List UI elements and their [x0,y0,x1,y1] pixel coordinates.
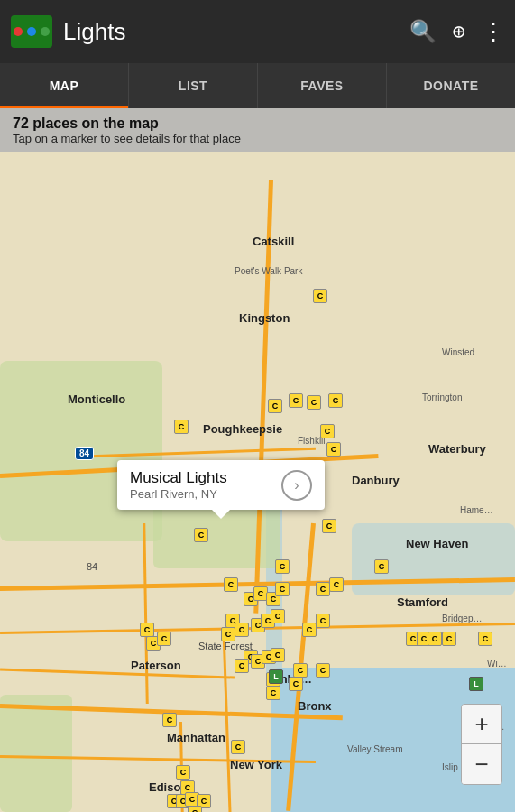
popup-navigate-button[interactable]: › [281,470,312,501]
marker-c[interactable]: C [271,648,285,662]
marker-c[interactable]: C [176,765,190,780]
marker-c[interactable]: C [302,623,317,637]
app-title: Lights [63,18,409,46]
popup-text: Musical Lights Pearl Rivern, NY [130,469,272,501]
tab-list[interactable]: LIST [129,63,258,108]
header-icons: 🔍 ⊕ ⋮ [409,18,504,46]
marker-c[interactable]: C [157,632,171,646]
marker-c[interactable]: C [235,623,249,637]
dot-blue [27,27,36,36]
popup-subtitle: Pearl Rivern, NY [130,487,272,501]
popup-title: Musical Lights [130,469,272,487]
info-count: 72 places on the map [13,115,502,132]
tab-donate[interactable]: DONATE [387,63,515,108]
marker-c[interactable]: C [320,424,335,438]
marker-c[interactable]: C [428,632,442,646]
tab-map[interactable]: MAP [0,63,129,108]
marker-c[interactable]: C [326,442,341,457]
marker-c[interactable]: C [316,663,330,678]
marker-c[interactable]: C [275,559,290,574]
marker-c[interactable]: C [275,582,290,596]
marker-c[interactable]: C [329,577,344,592]
marker-l[interactable]: L [469,677,483,691]
app-header: Lights 🔍 ⊕ ⋮ [0,0,515,63]
marker-c[interactable]: C [313,289,327,303]
marker-c[interactable]: C [478,632,492,646]
marker-c[interactable]: C [231,740,245,754]
zoom-controls: + − [461,704,502,785]
marker-c[interactable]: C [266,686,280,700]
menu-icon[interactable]: ⋮ [482,18,504,46]
marker-c[interactable]: C [316,614,330,628]
marker-c[interactable]: C [293,663,308,678]
map-popup[interactable]: Musical Lights Pearl Rivern, NY › [117,460,325,510]
marker-c[interactable]: C [221,627,235,641]
marker-c[interactable]: C [442,632,456,646]
zoom-in-button[interactable]: + [462,705,501,744]
app-icon [11,15,52,48]
marker-c[interactable]: C [271,609,285,623]
search-icon[interactable]: 🔍 [409,19,437,44]
marker-c[interactable]: C [235,659,249,673]
marker-c[interactable]: C [188,806,202,812]
marker-c[interactable]: C [289,393,303,408]
park-area-3 [0,695,72,812]
highway-shield: 84 [75,447,94,460]
info-banner: 72 places on the map Tap on a marker to … [0,108,515,152]
map-view[interactable]: 84 72 places on the map Tap on a marker … [0,108,515,812]
marker-c[interactable]: C [162,713,177,727]
dot-red [14,27,23,36]
marker-c[interactable]: C [316,582,330,596]
marker-c[interactable]: C [174,420,189,434]
dot-green [41,27,50,36]
location-icon[interactable]: ⊕ [453,19,465,44]
marker-c[interactable]: C [374,559,389,574]
marker-c[interactable]: C [328,393,343,408]
marker-c[interactable]: C [268,399,282,413]
zoom-out-button[interactable]: − [462,744,501,784]
marker-l[interactable]: L [269,669,283,684]
tab-faves[interactable]: FAVES [258,63,387,108]
marker-c[interactable]: C [307,395,321,410]
marker-c[interactable]: C [289,677,303,691]
info-hint: Tap on a marker to see details for that … [13,132,502,145]
marker-c[interactable]: C [194,528,208,542]
marker-c[interactable]: C [322,519,336,533]
marker-c[interactable]: C [140,623,154,637]
marker-c[interactable]: C [224,577,238,592]
tab-bar: MAP LIST FAVES DONATE [0,63,515,108]
